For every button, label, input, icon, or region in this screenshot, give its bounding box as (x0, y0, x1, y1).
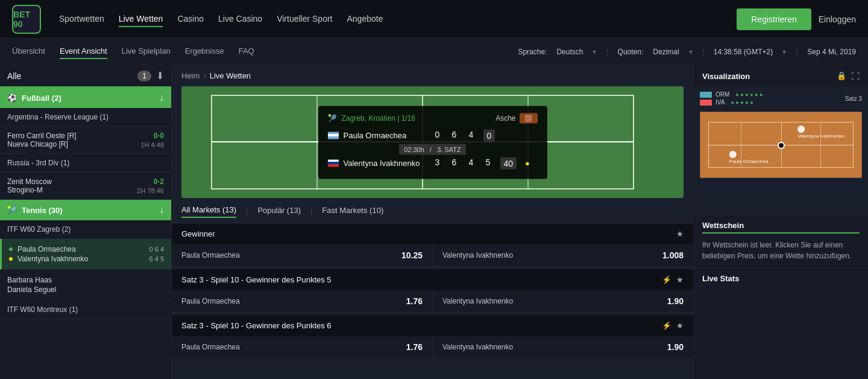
score-zenit: 0-2 (154, 177, 164, 186)
odds-value[interactable]: Dezimal (653, 48, 679, 56)
star-icon-gewinner[interactable]: ★ (676, 229, 684, 238)
subnav-ergebnisse[interactable]: Ergebnisse (185, 44, 224, 59)
nav-live-wetten[interactable]: Live Wetten (119, 11, 163, 27)
match-location-text: Zagreb, Kroatien | 1/16 (342, 114, 416, 123)
register-button[interactable]: Registrieren (737, 8, 811, 30)
odds-cell-p1-punkt6[interactable]: Paula Ormaechea 1.76 (172, 336, 432, 358)
subnav-ubersicht[interactable]: Übersicht (12, 44, 45, 59)
player2-set-scores: 3 6 4 5 40 (433, 157, 517, 169)
score-overlay: 🎾 Zagreb, Kroatien | 1/16 Asche 🟫 Paula … (318, 106, 547, 179)
sport-header-tennis[interactable]: 🎾 Tennis (30) ↓ (0, 200, 171, 220)
match-time-zenit: 2H 78:46 (137, 187, 164, 194)
p1-set2: 4 (467, 129, 476, 141)
odds-player1-punkt5: Paula Ormaechea (181, 297, 240, 305)
p2-set0: 3 (433, 157, 442, 169)
filter-icon[interactable]: ⬇ (156, 70, 164, 81)
tab-fast-markets[interactable]: Fast Markets (10) (322, 203, 383, 217)
odds-value2-punkt5: 1.90 (667, 296, 684, 306)
breadcrumb: Heim › Live Wetten (172, 65, 693, 86)
lock-icon[interactable]: 🔒 (837, 71, 846, 81)
match-surface: Asche 🟫 (495, 113, 537, 123)
odds-row-punkt6: Paula Ormaechea 1.76 Valentyna Ivakhnenk… (172, 336, 693, 358)
p2-set3: 5 (483, 157, 493, 169)
nav-live-casino[interactable]: Live Casino (218, 11, 262, 27)
wettschein-underline (702, 232, 860, 234)
subnav-faq[interactable]: FAQ (239, 44, 254, 59)
nav-sportwetten[interactable]: Sportwetten (59, 11, 104, 27)
fullscreen-icon[interactable]: ⛶ (851, 71, 860, 81)
service-line-right-2 (820, 145, 821, 168)
live-stats-title: Live Stats (702, 274, 739, 283)
player1-name: Paula Ormaechea (17, 245, 76, 253)
league-argentina[interactable]: Argentina - Reserve League (1) (0, 108, 171, 127)
main-content: Heim › Live Wetten 🎾 Zagreb, Kroat (172, 65, 693, 379)
odds-player1-gewinner: Paula Ormaechea (181, 251, 240, 260)
star-icon-punkt5[interactable]: ★ (676, 275, 684, 284)
league-itf-zagreb[interactable]: ITF W60 Zagreb (2) (0, 220, 171, 239)
nav-angebote[interactable]: Angebote (347, 11, 383, 27)
odds-player1-punkt6: Paula Ormaechea (181, 343, 240, 351)
soccer-icon: ⚽ (7, 94, 17, 103)
p2-set2: 4 (467, 157, 476, 169)
sidebar: Alle 1 ⬇ ⚽ Fußball (2) ↓ Argentina - Res… (0, 65, 172, 379)
odds-value1-punkt5: 1.76 (406, 296, 423, 306)
player2-viz-label: Valentyna Ivakhnenko (797, 133, 844, 139)
league-russia[interactable]: Russia - 3rd Div (1) (0, 154, 171, 173)
tab-popular[interactable]: Populär (13) (257, 203, 301, 217)
tab-all-markets[interactable]: All Markets (13) (181, 203, 236, 218)
team1-ferro: Ferro Carril Oeste [R] (7, 132, 77, 140)
language-value[interactable]: Deutsch (556, 48, 583, 56)
live-stats-section[interactable]: Live Stats (694, 268, 868, 289)
sport-header-football[interactable]: ⚽ Fußball (2) ↓ (0, 88, 171, 108)
subnav-event-ansicht[interactable]: Event Ansicht (60, 44, 107, 59)
service-line-left (741, 122, 741, 145)
odds-cell-p2-punkt6[interactable]: Valentyna Ivakhnenko 1.90 (432, 336, 693, 358)
breadcrumb-home[interactable]: Heim (181, 71, 200, 80)
odds-cell-p1-gewinner[interactable]: Paula Ormaechea 10.25 (172, 244, 432, 266)
market-icons-punkt5: ⚡ ★ (662, 275, 684, 284)
odds-cell-p1-punkt5[interactable]: Paula Ormaechea 1.76 (172, 290, 432, 312)
player2-name: Valentyna Ivakhnenko (17, 255, 88, 263)
odds-value2-punkt6: 1.90 (667, 342, 684, 352)
nav-casino[interactable]: Casino (177, 11, 204, 27)
iva-flag-mini (700, 100, 712, 106)
tennis-collapse-icon[interactable]: ↓ (159, 205, 164, 215)
subnav-live-spielplan[interactable]: Live Spielplan (122, 44, 171, 59)
player1-score-name: Paula Ormaechea (344, 131, 428, 140)
match-ferro-nueva[interactable]: Ferro Carril Oeste [R] 0-0 Nueva Chicago… (0, 127, 171, 154)
market-section-punkt6: Satz 3 - Spiel 10 - Gewinner des Punktes… (172, 315, 693, 358)
match-barbara-daniela[interactable]: Barbara Haas Daniela Seguel (0, 270, 171, 301)
orm-label: ORM (715, 91, 729, 98)
sidebar-all-label[interactable]: Alle (7, 71, 137, 81)
odds-cell-p2-punkt5[interactable]: Valentyna Ivakhnenko 1.90 (432, 290, 693, 312)
breadcrumb-current: Live Wetten (210, 71, 251, 80)
sport-football-label: Fußball (2) (22, 94, 154, 103)
score-ferro: 0-0 (154, 132, 164, 140)
player3-name: Barbara Haas (7, 276, 52, 284)
market-title-gewinner: Gewinner (181, 229, 215, 238)
p2-game: 40 (500, 157, 517, 169)
star-icon-punkt6[interactable]: ★ (676, 321, 684, 330)
match-time-ferro: 1H 4:48 (140, 141, 164, 148)
player2-scores: 6 4 5 (149, 255, 164, 263)
match-paula-valentyna[interactable]: Paula Ormaechea 0 6 4 Valentyna Ivakhnen… (0, 239, 171, 270)
login-button[interactable]: Einloggen (819, 14, 856, 24)
viz-score-mini: ORM ● ● ● ● ● ● IVA ● ● ● ● ● Satz 3 (694, 88, 868, 109)
court-top-view: Paula Ormaechea Valentyna Ivakhnenko (700, 112, 862, 178)
nav-virtueller-sport[interactable]: Virtueller Sport (277, 11, 332, 27)
odds-value1-gewinner: 10.25 (401, 250, 423, 260)
p1-game: 0 (483, 129, 495, 141)
sub-nav-left: Übersicht Event Ansicht Live Spielplan E… (12, 44, 254, 59)
market-header-punkt5: Satz 3 - Spiel 10 - Gewinner des Punktes… (172, 269, 693, 290)
odds-cell-p2-gewinner[interactable]: Valentyna Ivakhnenko 1.008 (432, 244, 693, 266)
wettschein-title: Wettschein (702, 221, 860, 230)
team2-strogino: Strogino-M (7, 186, 43, 194)
league-montreux[interactable]: ITF W60 Montreux (1) (0, 301, 171, 319)
sidebar-all-badge: 1 (137, 71, 151, 81)
lightning-icon-punkt5[interactable]: ⚡ (662, 275, 671, 284)
lightning-icon-punkt6[interactable]: ⚡ (662, 321, 671, 330)
football-collapse-icon[interactable]: ↓ (159, 92, 164, 103)
p1-set1: 6 (450, 129, 459, 141)
odds-label: Quoten: (618, 48, 644, 56)
match-zenit-strogino[interactable]: Zenit Moscow 0-2 Strogino-M 2H 78:46 (0, 173, 171, 200)
